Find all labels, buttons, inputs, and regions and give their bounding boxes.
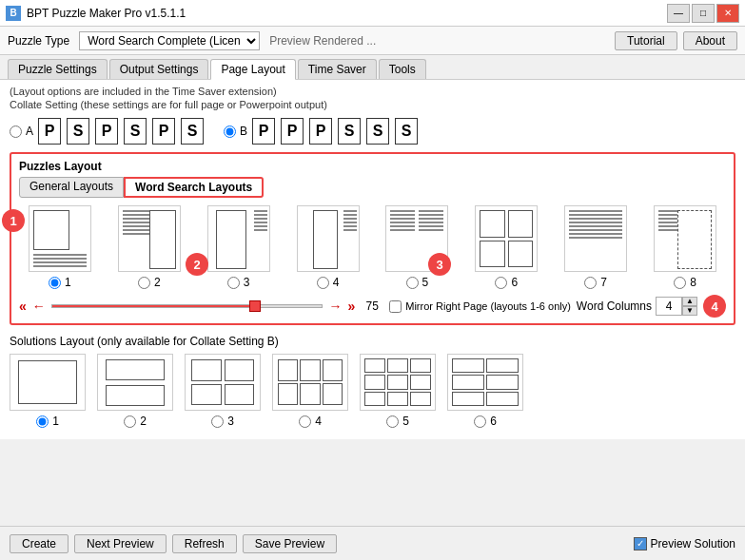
sol-item-1: 1 xyxy=(10,354,86,428)
layout-thumb-4[interactable] xyxy=(297,205,360,272)
collate-b-letter-1: P xyxy=(252,118,275,145)
slider-left-arrow[interactable]: « xyxy=(19,299,27,314)
layout-thumb-6[interactable] xyxy=(475,205,538,272)
radio-row-2: 2 xyxy=(138,276,161,289)
tab-time-saver[interactable]: Time Saver xyxy=(298,59,377,79)
collate-a-letter-5: P xyxy=(152,118,175,145)
layout-thumb-2[interactable] xyxy=(118,205,181,272)
sol-radio-6[interactable] xyxy=(474,415,486,428)
mirror-label: Mirror Right Page (layouts 1-6 only) xyxy=(405,300,571,312)
create-button[interactable]: Create xyxy=(10,534,69,553)
sol-thumb-6[interactable] xyxy=(447,354,523,411)
preview-solution-label[interactable]: ✓ Preview Solution xyxy=(634,537,735,550)
sol-radio-row-6: 6 xyxy=(474,415,497,428)
mirror-check: Mirror Right Page (layouts 1-6 only) xyxy=(389,300,571,313)
collate-a-letter-6: S xyxy=(181,118,204,145)
maximize-button[interactable]: □ xyxy=(692,4,715,23)
slider-thumb[interactable] xyxy=(249,300,261,312)
tutorial-button[interactable]: Tutorial xyxy=(615,31,677,50)
collate-section: A P S P S P S B P P P S S S xyxy=(10,118,735,145)
app-icon: B xyxy=(6,6,21,21)
slider-right-arrow2[interactable]: » xyxy=(347,299,355,314)
layout-radio-1[interactable] xyxy=(49,277,61,289)
layout-radio-5[interactable] xyxy=(406,277,419,289)
collate-b-group: B P P P S S S xyxy=(224,118,419,145)
slider-value: 75 xyxy=(361,299,383,313)
collate-b-radio[interactable] xyxy=(224,126,236,138)
tab-tools[interactable]: Tools xyxy=(379,59,426,79)
mirror-checkbox[interactable] xyxy=(389,300,402,313)
sol-radio-1[interactable] xyxy=(36,415,49,428)
next-preview-button[interactable]: Next Preview xyxy=(74,534,167,553)
tab-output-settings[interactable]: Output Settings xyxy=(109,59,209,79)
solutions-section: Solutions Layout (only available for Col… xyxy=(10,335,735,428)
layout-thumb-7[interactable] xyxy=(564,205,627,272)
layout-radio-3[interactable] xyxy=(227,277,240,289)
bottom-bar: Create Next Preview Refresh Save Preview… xyxy=(0,526,745,560)
collate-a-radio[interactable] xyxy=(10,126,22,138)
subtab-wordsearch[interactable]: Word Search Layouts xyxy=(124,177,264,198)
sol-radio-4[interactable] xyxy=(299,415,311,428)
puzzles-layout-section: Puzzles Layout 1 General Layouts Word Se… xyxy=(10,152,735,325)
slider-fill xyxy=(52,305,255,307)
main-content: (Layout options are included in the Time… xyxy=(0,80,745,439)
puzzle-type-select[interactable]: Word Search Complete (Licensed) xyxy=(79,31,260,50)
preview-solution-text: Preview Solution xyxy=(651,537,735,550)
collate-b-label[interactable]: B xyxy=(224,125,247,138)
collate-b-letter-5: S xyxy=(366,118,389,145)
refresh-button[interactable]: Refresh xyxy=(172,534,237,553)
sol-radio-row-1: 1 xyxy=(36,415,59,428)
layout-radio-2[interactable] xyxy=(138,277,150,289)
save-preview-button[interactable]: Save Preview xyxy=(243,534,337,553)
word-columns-spinner: 4 ▲ ▼ xyxy=(656,297,697,316)
word-columns-down[interactable]: ▼ xyxy=(682,306,697,316)
word-columns-up[interactable]: ▲ xyxy=(682,297,697,306)
sol-item-2: 2 xyxy=(97,354,173,428)
badge-3: 3 xyxy=(428,253,451,276)
layout-num-4: 4 xyxy=(333,276,340,289)
thumb5-col1 xyxy=(390,210,415,233)
sol-item-6: 6 xyxy=(447,354,523,428)
slider-left-arrow2[interactable]: ← xyxy=(32,299,46,314)
layout-radio-4[interactable] xyxy=(317,277,329,289)
layout-radio-6[interactable] xyxy=(495,277,507,289)
close-button[interactable]: ✕ xyxy=(716,4,739,23)
word-columns-value: 4 xyxy=(656,297,682,316)
thumb7-lines xyxy=(569,210,622,267)
sol-item-5: 5 xyxy=(360,354,436,428)
sol-radio-2[interactable] xyxy=(124,415,136,428)
thumb6-grid xyxy=(480,210,533,267)
sol-num-2: 2 xyxy=(140,415,147,428)
about-button[interactable]: About xyxy=(683,31,737,50)
layout-radio-7[interactable] xyxy=(584,277,597,289)
thumb1-lines xyxy=(33,254,87,267)
layout-thumb-3[interactable] xyxy=(207,205,270,272)
thumb5-col2 xyxy=(419,210,443,233)
word-columns-label: Word Columns xyxy=(577,299,652,313)
layout-item-3: 3 xyxy=(207,205,270,289)
slider-row: « ← → » 75 Mirror Right Page (layouts 1-… xyxy=(19,295,726,318)
sol-thumb-3[interactable] xyxy=(185,354,261,411)
sol-thumb-2[interactable] xyxy=(97,354,173,411)
thumb4-lines xyxy=(343,210,357,233)
sol-num-4: 4 xyxy=(315,415,322,428)
sol-thumb-1[interactable] xyxy=(10,354,86,411)
tab-puzzle-settings[interactable]: Puzzle Settings xyxy=(8,59,108,79)
sol-radio-5[interactable] xyxy=(386,415,399,428)
slider-right-arrow[interactable]: → xyxy=(328,299,342,314)
minimize-button[interactable]: — xyxy=(667,4,690,23)
collate-a-label[interactable]: A xyxy=(10,125,33,138)
layout-radio-8[interactable] xyxy=(674,277,686,289)
sol-thumb-4[interactable] xyxy=(272,354,348,411)
collate-a-letter-1: P xyxy=(38,118,61,145)
layout-thumb-1[interactable] xyxy=(29,205,91,272)
tab-page-layout[interactable]: Page Layout xyxy=(210,59,295,80)
slider-track[interactable] xyxy=(51,304,323,308)
thumb3-box xyxy=(216,210,246,269)
subtab-general[interactable]: General Layouts xyxy=(19,177,124,198)
puzzles-layout-title: Puzzles Layout xyxy=(19,160,726,173)
sol-thumb-5[interactable] xyxy=(360,354,436,411)
sol-radio-3[interactable] xyxy=(211,415,224,428)
layout-thumb-8[interactable] xyxy=(654,205,716,272)
thumb2-box xyxy=(149,210,176,269)
